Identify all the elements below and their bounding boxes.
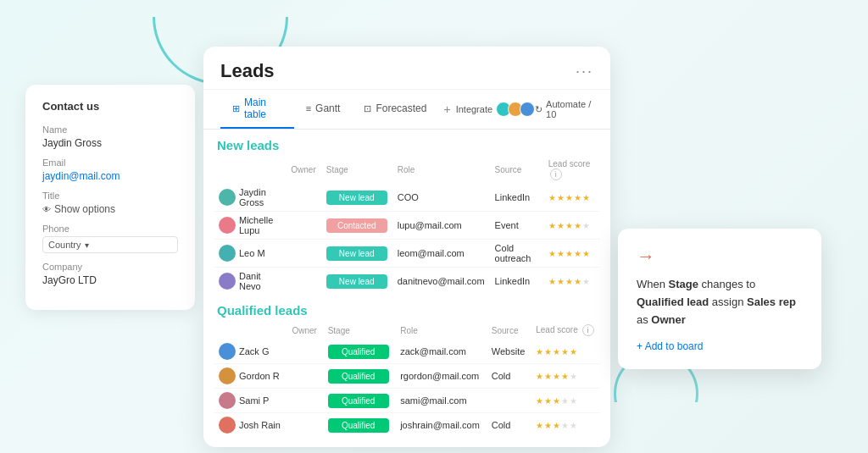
- company-label: Company: [42, 262, 178, 272]
- company-field: Company JayGro LTD: [42, 262, 178, 286]
- star-icon: ★: [548, 193, 556, 202]
- stars-group: ★★★★★: [536, 396, 595, 406]
- cell-source: [487, 389, 531, 413]
- automate-button[interactable]: ↻ Automate / 10: [535, 99, 593, 119]
- tab-main-table-label: Main table: [244, 97, 282, 120]
- cell-name: Danit Nevo: [214, 268, 286, 296]
- cell-stage: New lead: [321, 240, 392, 268]
- star-icon: ★: [561, 396, 569, 406]
- stars-group: ★★★★★: [548, 221, 595, 230]
- tab-gantt[interactable]: ≡ Gantt: [294, 96, 353, 123]
- table-row: Zack G Qualified zack@mail.com Website ★…: [214, 340, 600, 364]
- star-icon: ★: [536, 347, 543, 356]
- cell-stage: Qualified: [323, 389, 396, 413]
- cell-owner: [287, 413, 322, 438]
- cell-leadscore: ★★★★★: [543, 268, 600, 296]
- contact-card-heading: Contact us: [42, 100, 178, 113]
- row-avatar: [219, 417, 236, 434]
- cell-name: Leo M: [214, 240, 286, 268]
- integrate-button[interactable]: Integrate: [456, 102, 535, 117]
- star-icon: ★: [582, 193, 590, 202]
- cell-leadscore: ★★★★★: [531, 340, 600, 364]
- star-icon: ★: [553, 421, 560, 430]
- cell-stage: New lead: [321, 184, 392, 212]
- star-icon: ★: [544, 421, 552, 430]
- country-select[interactable]: Country: [42, 236, 178, 253]
- add-tab-button[interactable]: +: [438, 96, 455, 123]
- leads-table: New leads Owner Stage Role Source Lead s…: [203, 130, 610, 447]
- automation-card: → When Stage changes to Qualified lead a…: [618, 229, 821, 369]
- cell-role: rgordon@mail.com: [395, 364, 487, 389]
- stars-group: ★★★★★: [536, 347, 595, 356]
- automation-salesrep-keyword: Sales rep: [747, 296, 796, 308]
- row-name: Michelle Lupu: [239, 215, 281, 235]
- row-name: Sami P: [239, 395, 269, 406]
- stage-badge: Qualified: [328, 418, 389, 433]
- star-icon: ★: [548, 221, 556, 230]
- row-avatar: [219, 273, 236, 290]
- title-field: Title Show options: [42, 191, 178, 215]
- cell-owner: [286, 212, 320, 240]
- table-row: Josh Rain Qualified joshrain@mail.com Co…: [214, 413, 600, 438]
- row-name: Danit Nevo: [239, 271, 281, 291]
- row-avatar: [219, 392, 236, 409]
- automate-icon: ↻: [535, 104, 542, 115]
- cell-name: Jaydin Gross: [214, 184, 286, 212]
- star-icon: ★: [536, 421, 543, 430]
- star-icon: ★: [565, 193, 573, 202]
- cell-owner: [286, 268, 320, 296]
- cell-source: LinkedIn: [490, 184, 543, 212]
- cell-stage: Qualified: [323, 340, 396, 364]
- col-role-q: Role: [395, 321, 487, 340]
- email-value[interactable]: jaydin@mail.com: [42, 170, 178, 182]
- table-row: Leo M New lead leom@mail.com Cold outrea…: [214, 240, 600, 268]
- star-icon: ★: [570, 347, 577, 356]
- add-to-board-link[interactable]: Add to board: [637, 340, 803, 352]
- leads-panel: Leads ··· ⊞ Main table ≡ Gantt ⊡ Forecas…: [203, 47, 610, 447]
- cell-name: Sami P: [214, 389, 287, 413]
- tab-main-table[interactable]: ⊞ Main table: [220, 90, 294, 129]
- lead-score-info-icon-q: i: [582, 324, 594, 336]
- star-icon: ★: [582, 249, 590, 258]
- star-icon: ★: [557, 193, 565, 202]
- show-options-button[interactable]: Show options: [42, 203, 178, 215]
- cell-source: LinkedIn: [490, 268, 543, 296]
- cell-role: COO: [392, 184, 490, 212]
- name-label: Name: [42, 124, 178, 135]
- star-icon: ★: [561, 347, 569, 356]
- star-icon: ★: [565, 249, 573, 258]
- leads-panel-title: Leads: [220, 60, 275, 82]
- star-icon: ★: [557, 221, 565, 230]
- cell-role: zack@mail.com: [395, 340, 487, 364]
- integrate-avatars: [496, 102, 535, 117]
- table-row: Michelle Lupu Contacted lupu@mail.com Ev…: [214, 212, 600, 240]
- new-leads-table: Owner Stage Role Source Lead score i Jay…: [214, 156, 600, 295]
- lead-score-info-icon: i: [550, 168, 562, 180]
- main-table-icon: ⊞: [232, 103, 240, 114]
- cell-leadscore: ★★★★★: [543, 240, 600, 268]
- integrate-label: Integrate: [456, 104, 492, 114]
- star-icon: ★: [536, 396, 543, 406]
- cell-owner: [286, 184, 320, 212]
- leads-tabs: ⊞ Main table ≡ Gantt ⊡ Forecasted + Inte…: [203, 90, 610, 130]
- stage-badge: Contacted: [326, 218, 387, 233]
- star-icon: ★: [570, 372, 577, 381]
- col-stage-q: Stage: [323, 321, 396, 340]
- automation-owner-keyword: Owner: [651, 313, 685, 326]
- title-label: Title: [42, 191, 178, 201]
- automate-label: Automate / 10: [546, 99, 593, 119]
- star-icon: ★: [561, 372, 569, 381]
- row-avatar: [219, 367, 236, 384]
- star-icon: ★: [557, 249, 565, 258]
- row-name: Gordon R: [239, 371, 280, 381]
- row-name: Zack G: [239, 346, 269, 356]
- col-owner-q: Owner: [287, 321, 322, 340]
- cell-role: joshrain@mail.com: [395, 413, 487, 438]
- leads-menu-icon[interactable]: ···: [576, 63, 593, 80]
- table-row: Gordon R Qualified rgordon@mail.com Cold…: [214, 364, 600, 389]
- star-icon: ★: [570, 396, 577, 406]
- row-avatar: [219, 189, 236, 206]
- star-icon: ★: [582, 221, 590, 230]
- stage-badge: Qualified: [328, 369, 389, 384]
- tab-forecasted[interactable]: ⊡ Forecasted: [352, 96, 438, 123]
